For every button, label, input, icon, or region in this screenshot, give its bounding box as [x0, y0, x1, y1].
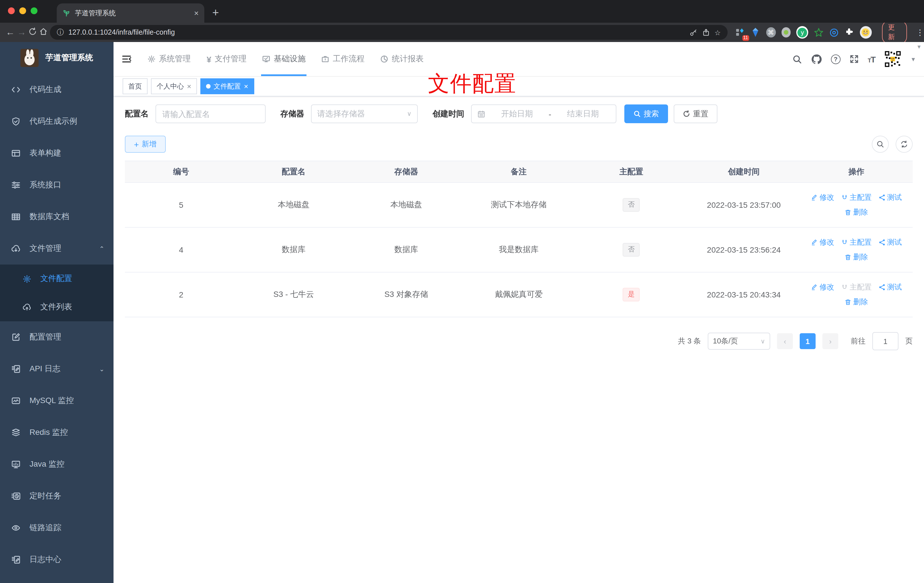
- add-button[interactable]: + 新增: [125, 135, 166, 153]
- nav-item-system[interactable]: 系统管理: [140, 42, 199, 76]
- show-search-toggle-button[interactable]: [872, 135, 889, 153]
- tab-home[interactable]: 首页: [122, 78, 148, 94]
- bookmark-star-icon[interactable]: ☆: [714, 28, 721, 36]
- tab-file-config[interactable]: 文件配置 ✕: [201, 78, 254, 94]
- sidebar-item-db-doc[interactable]: 数据库文档: [0, 201, 114, 233]
- url-text[interactable]: 127.0.0.1:1024/infra/file/file-config: [68, 28, 685, 36]
- sidebar-item-tracing[interactable]: 链路追踪: [0, 512, 114, 544]
- edit-link[interactable]: 修改: [811, 192, 834, 203]
- home-icon[interactable]: [39, 27, 48, 38]
- extension-puzzle-icon[interactable]: [845, 27, 854, 38]
- sidebar-item-code-gen[interactable]: 代码生成: [0, 74, 114, 106]
- sidebar-item-java-monitor[interactable]: Java 监控: [0, 448, 114, 480]
- layers-icon: [12, 428, 20, 437]
- extension-dot-icon[interactable]: [781, 27, 791, 38]
- nav-item-reports[interactable]: 统计报表: [373, 42, 432, 76]
- sidebar-item-system-api[interactable]: 系统接口: [0, 169, 114, 201]
- nav-item-infrastructure[interactable]: 基础设施: [254, 42, 314, 76]
- browser-update-button[interactable]: 更新: [882, 20, 907, 44]
- filter-form: 配置名 存储器 请选择存储器 ∨ 创建时间 开始日期 - 结束日期: [125, 104, 912, 123]
- test-link[interactable]: 测试: [879, 237, 902, 248]
- new-tab-button[interactable]: +: [212, 6, 219, 19]
- nav-item-workflow[interactable]: 工作流程: [314, 42, 373, 76]
- extension-eye-icon[interactable]: [829, 27, 839, 38]
- delete-link[interactable]: 删除: [845, 297, 868, 307]
- sidebar-item-file-management[interactable]: 文件管理 ⌃: [0, 233, 114, 264]
- test-link[interactable]: 测试: [879, 192, 902, 203]
- sidebar-item-form-builder[interactable]: 表单构建: [0, 137, 114, 169]
- goto-page-input[interactable]: [872, 332, 898, 350]
- edit-link[interactable]: 修改: [811, 282, 834, 292]
- extension-command-icon[interactable]: ⌘: [766, 27, 776, 38]
- col-header-created: 创建时间: [688, 167, 800, 177]
- extension-gem-icon[interactable]: [751, 27, 761, 38]
- avatar[interactable]: [884, 51, 901, 68]
- share-alt-icon: [879, 194, 885, 201]
- url-bar[interactable]: ⓘ 127.0.0.1:1024/infra/file/file-config …: [50, 25, 728, 40]
- storage-label: 存储器: [280, 109, 304, 119]
- sidebar-item-file-list[interactable]: 文件列表: [0, 293, 114, 321]
- forward-icon[interactable]: →: [17, 27, 26, 38]
- config-name-input[interactable]: [155, 104, 266, 123]
- sidebar-item-file-config[interactable]: 文件配置: [0, 264, 114, 293]
- set-master-link[interactable]: 主配置: [841, 237, 872, 248]
- prev-page-button[interactable]: ‹: [777, 333, 793, 349]
- sidebar-item-code-gen-example[interactable]: 代码生成示例: [0, 106, 114, 137]
- reload-icon[interactable]: [28, 27, 37, 38]
- date-range-picker[interactable]: 开始日期 - 结束日期: [471, 104, 616, 123]
- password-key-icon[interactable]: [690, 28, 698, 36]
- sidebar-item-redis-monitor[interactable]: Redis 监控: [0, 417, 114, 448]
- sidebar-item-scheduled-tasks[interactable]: 定时任务: [0, 480, 114, 512]
- date-end[interactable]: 结束日期: [556, 109, 610, 119]
- page-size-select[interactable]: 10条/页 ∨: [708, 333, 770, 350]
- chevron-down-icon: ∨: [761, 337, 765, 345]
- close-window-button[interactable]: [8, 7, 15, 14]
- tab-profile[interactable]: 个人中心 ✕: [151, 78, 197, 94]
- share-icon[interactable]: [702, 28, 710, 36]
- site-info-icon[interactable]: ⓘ: [57, 28, 64, 37]
- master-tag: 否: [623, 243, 640, 256]
- sidebar-item-api-log[interactable]: API 日志 ⌄: [0, 353, 114, 385]
- close-icon[interactable]: ✕: [187, 83, 191, 89]
- page-number-1[interactable]: 1: [800, 333, 815, 349]
- share-alt-icon: [879, 239, 885, 246]
- next-page-button[interactable]: ›: [822, 333, 838, 349]
- search-button[interactable]: 搜索: [624, 104, 668, 123]
- font-size-icon[interactable]: TT: [868, 54, 876, 64]
- edit-link[interactable]: 修改: [811, 237, 834, 248]
- maximize-window-button[interactable]: [31, 7, 38, 14]
- browser-tab[interactable]: 芋道管理系统 ×: [57, 3, 204, 23]
- delete-link[interactable]: 删除: [845, 252, 868, 262]
- fullscreen-reveal-caret-icon[interactable]: ▾: [917, 43, 921, 51]
- set-master-link[interactable]: 主配置: [841, 192, 872, 203]
- nav-item-payment[interactable]: ¥ 支付管理: [199, 42, 254, 76]
- extension-emoji-icon[interactable]: [860, 26, 871, 39]
- avatar-caret-icon[interactable]: ▼: [911, 56, 916, 62]
- reset-button[interactable]: 重置: [674, 104, 718, 123]
- refresh-table-button[interactable]: [896, 135, 912, 153]
- sidebar-item-config-management[interactable]: 配置管理: [0, 321, 114, 353]
- extension-star-icon[interactable]: [814, 27, 823, 38]
- browser-menu-icon[interactable]: ⋮: [916, 28, 924, 37]
- help-icon[interactable]: ?: [831, 54, 841, 64]
- tab-close-icon[interactable]: ×: [194, 9, 199, 17]
- close-icon[interactable]: ✕: [244, 83, 249, 89]
- github-icon[interactable]: [811, 54, 822, 64]
- fullscreen-icon[interactable]: [850, 55, 859, 64]
- back-icon[interactable]: ←: [6, 27, 15, 38]
- extension-grid-icon[interactable]: 11: [736, 27, 745, 38]
- col-header-ops: 操作: [800, 167, 912, 177]
- extension-y-icon[interactable]: y: [797, 26, 808, 39]
- sidebar-item-log-center[interactable]: 日志中心: [0, 544, 114, 576]
- col-header-storage: 存储器: [350, 167, 462, 177]
- browser-tabstrip: 芋道管理系统 × +: [0, 0, 924, 23]
- app-logo-row[interactable]: 芋道管理系统: [0, 42, 114, 74]
- sidebar-item-mysql-monitor[interactable]: MySQL 监控: [0, 385, 114, 417]
- minimize-window-button[interactable]: [19, 7, 26, 14]
- date-start[interactable]: 开始日期: [490, 109, 544, 119]
- sidebar-collapse-icon[interactable]: [122, 54, 132, 64]
- storage-select[interactable]: 请选择存储器 ∨: [311, 104, 418, 123]
- delete-link[interactable]: 删除: [845, 207, 868, 217]
- search-icon[interactable]: [792, 54, 802, 64]
- test-link[interactable]: 测试: [879, 282, 902, 292]
